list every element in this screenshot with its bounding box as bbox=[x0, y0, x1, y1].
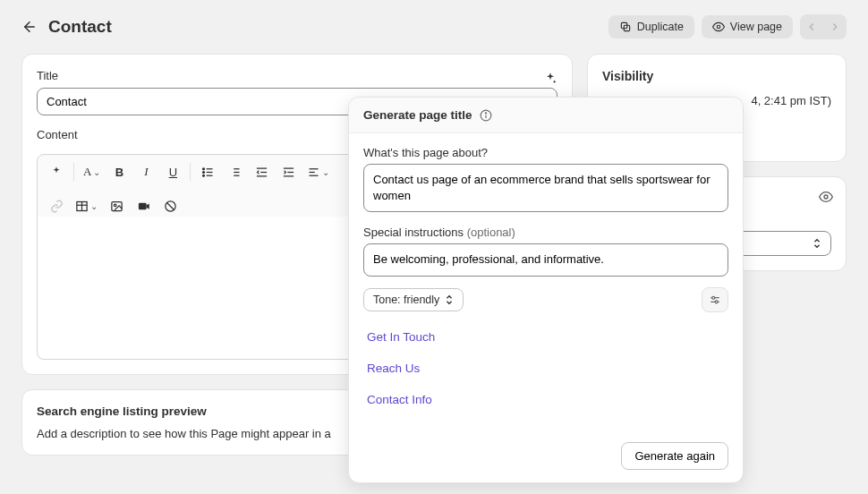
svg-point-8 bbox=[202, 171, 204, 173]
svg-point-37 bbox=[715, 300, 718, 302]
svg-point-7 bbox=[202, 167, 204, 169]
clear-icon bbox=[164, 200, 177, 213]
next-button[interactable] bbox=[823, 14, 847, 39]
svg-point-9 bbox=[202, 175, 204, 176]
suggestion-item[interactable]: Contact Info bbox=[363, 384, 728, 415]
toolbar-link-button[interactable] bbox=[45, 194, 68, 217]
numbered-list-icon bbox=[228, 166, 242, 179]
table-icon bbox=[75, 200, 89, 213]
sparkle-icon bbox=[543, 72, 557, 86]
view-page-button[interactable]: View page bbox=[702, 15, 793, 38]
bullet-list-icon bbox=[201, 166, 215, 179]
toolbar-numbered-list-button[interactable] bbox=[223, 160, 246, 183]
link-icon bbox=[50, 200, 64, 213]
sliders-icon bbox=[709, 294, 721, 306]
svg-point-33 bbox=[485, 112, 486, 113]
toolbar-clear-button[interactable] bbox=[158, 194, 182, 217]
duplicate-button[interactable]: Duplicate bbox=[608, 15, 694, 38]
toolbar-italic-button[interactable]: I bbox=[134, 160, 157, 183]
suggestion-item[interactable]: Get In Touch bbox=[363, 321, 728, 353]
title-label: Title bbox=[37, 69, 58, 82]
preview-icon[interactable] bbox=[819, 190, 833, 204]
svg-point-26 bbox=[114, 204, 116, 207]
image-icon bbox=[110, 200, 123, 213]
toolbar-ai-button[interactable] bbox=[45, 160, 68, 183]
popover-heading: Generate page title bbox=[363, 108, 472, 122]
toolbar-bold-button[interactable]: B bbox=[107, 160, 131, 183]
toolbar-underline-button[interactable]: U bbox=[161, 160, 184, 183]
suggestion-item[interactable]: Reach Us bbox=[363, 353, 728, 384]
about-input[interactable] bbox=[363, 164, 728, 212]
indent-icon bbox=[282, 166, 295, 179]
toolbar-align-button[interactable]: ⌄ bbox=[303, 160, 333, 183]
toolbar-outdent-button[interactable] bbox=[250, 160, 273, 183]
video-icon bbox=[137, 200, 150, 213]
ai-sparkle-button[interactable] bbox=[543, 72, 557, 86]
toolbar-indent-button[interactable] bbox=[277, 160, 300, 183]
page-title: Contact bbox=[48, 17, 598, 37]
about-label: What's this page about? bbox=[363, 146, 728, 159]
svg-point-36 bbox=[712, 296, 715, 299]
duplicate-icon bbox=[619, 21, 632, 33]
generate-again-button[interactable]: Generate again bbox=[621, 442, 728, 470]
align-icon bbox=[307, 166, 320, 179]
eye-icon bbox=[712, 21, 725, 33]
ai-settings-button[interactable] bbox=[702, 287, 728, 312]
special-label: Special instructions (optional) bbox=[363, 226, 728, 239]
svg-rect-27 bbox=[138, 202, 146, 209]
tone-selector[interactable]: Tone: friendly bbox=[363, 288, 464, 311]
svg-point-38 bbox=[824, 195, 828, 199]
toolbar-image-button[interactable] bbox=[105, 194, 128, 217]
svg-marker-28 bbox=[146, 203, 149, 209]
toolbar-table-button[interactable]: ⌄ bbox=[72, 194, 101, 217]
info-icon[interactable] bbox=[480, 109, 492, 122]
special-input[interactable] bbox=[363, 243, 728, 276]
toolbar-bullet-list-button[interactable] bbox=[196, 160, 219, 183]
toolbar-paragraph-button[interactable]: A ⌄ bbox=[80, 160, 104, 183]
svg-point-3 bbox=[717, 25, 720, 29]
svg-line-30 bbox=[166, 202, 174, 209]
outdent-icon bbox=[255, 166, 268, 179]
prev-button[interactable] bbox=[800, 14, 823, 39]
ai-title-popover: Generate page title What's this page abo… bbox=[348, 97, 744, 483]
sparkle-icon bbox=[50, 166, 63, 178]
visibility-heading: Visibility bbox=[602, 69, 831, 83]
chevron-updown-icon bbox=[445, 294, 454, 305]
chevron-right-icon bbox=[829, 21, 841, 33]
chevron-updown-icon bbox=[813, 238, 821, 249]
chevron-left-icon bbox=[805, 21, 818, 33]
toolbar-video-button[interactable] bbox=[132, 194, 155, 217]
back-button[interactable] bbox=[21, 19, 38, 35]
